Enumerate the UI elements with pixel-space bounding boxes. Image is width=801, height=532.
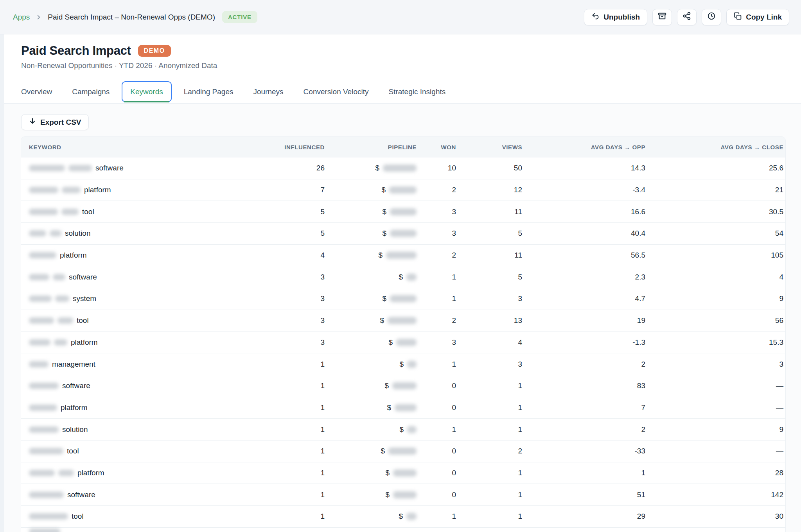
tab-landing-pages[interactable]: Landing Pages bbox=[176, 82, 241, 101]
keyword-visible-text: software bbox=[69, 273, 97, 281]
pipeline-cell: $ bbox=[325, 294, 417, 303]
keyword-visible-text: tool bbox=[82, 208, 94, 216]
tab-strategic-insights[interactable]: Strategic Insights bbox=[381, 82, 453, 101]
column-header: AVG DAYS → CLOSE bbox=[645, 144, 783, 150]
redacted-keyword-text bbox=[29, 252, 56, 258]
won-cell: 0 bbox=[417, 382, 456, 390]
pipeline-cell: $ bbox=[325, 338, 417, 347]
redacted-keyword-text bbox=[61, 209, 79, 215]
history-clock-icon bbox=[707, 12, 716, 22]
avg-days-close-cell: 4 bbox=[645, 273, 783, 281]
keyword-cell: tool bbox=[29, 447, 262, 455]
table-row: tool1$02-33— bbox=[21, 441, 785, 462]
table-row: software1$0151142 bbox=[21, 484, 785, 506]
views-cell: 2 bbox=[456, 447, 522, 455]
column-header: AVG DAYS → OPP bbox=[522, 144, 645, 150]
influenced-cell: 1 bbox=[262, 447, 325, 455]
tab-journeys[interactable]: Journeys bbox=[246, 82, 291, 101]
currency-prefix: $ bbox=[381, 186, 386, 194]
archive-icon bbox=[658, 12, 666, 22]
share-button[interactable] bbox=[677, 9, 697, 25]
pipeline-cell: $ bbox=[325, 273, 417, 281]
copy-link-button[interactable]: Copy Link bbox=[726, 9, 789, 25]
won-cell: 1 bbox=[417, 294, 456, 303]
redacted-pipeline-amount bbox=[388, 317, 417, 324]
redacted-keyword-text bbox=[29, 405, 57, 411]
keyword-visible-text: platform bbox=[60, 251, 87, 260]
views-cell: 3 bbox=[456, 360, 522, 369]
table-row: tool3$2131956 bbox=[21, 310, 785, 332]
undo-icon bbox=[591, 12, 600, 22]
table-row: tool5$31116.630.5 bbox=[21, 201, 785, 223]
archive-button[interactable] bbox=[652, 9, 672, 25]
avg-days-opp-cell: 2 bbox=[522, 360, 645, 369]
tab-conversion-velocity[interactable]: Conversion Velocity bbox=[296, 82, 377, 101]
keyword-visible-text: solution bbox=[62, 425, 88, 434]
avg-days-close-cell: — bbox=[645, 447, 783, 455]
unpublish-button[interactable]: Unpublish bbox=[584, 9, 647, 25]
currency-prefix: $ bbox=[399, 425, 404, 434]
download-arrow-icon bbox=[29, 117, 36, 127]
keyword-visible-text: software bbox=[67, 491, 95, 499]
currency-prefix: $ bbox=[382, 294, 386, 303]
keyword-cell: management bbox=[29, 360, 262, 369]
influenced-cell: 4 bbox=[262, 251, 325, 260]
avg-days-close-cell: 142 bbox=[645, 491, 783, 499]
keyword-cell: system bbox=[29, 294, 262, 303]
redacted-pipeline-amount bbox=[406, 513, 417, 520]
tab-campaigns[interactable]: Campaigns bbox=[64, 82, 117, 101]
keyword-cell: software bbox=[29, 491, 262, 499]
keyword-visible-text: tool bbox=[67, 447, 79, 455]
keyword-visible-text: software bbox=[62, 382, 90, 390]
currency-prefix: $ bbox=[385, 491, 390, 499]
breadcrumb: Apps Paid Search Impact – Non-Renewal Op… bbox=[13, 11, 257, 23]
avg-days-close-cell: 9 bbox=[645, 294, 783, 303]
unpublish-label: Unpublish bbox=[603, 13, 640, 21]
won-cell: 2 bbox=[417, 251, 456, 260]
export-csv-button[interactable]: Export CSV bbox=[21, 114, 89, 130]
avg-days-opp-cell: -3.4 bbox=[522, 186, 645, 194]
redacted-pipeline-amount bbox=[390, 230, 417, 237]
views-cell: 4 bbox=[456, 338, 522, 347]
pipeline-cell: $ bbox=[325, 425, 417, 434]
keyword-visible-text: platform bbox=[77, 469, 104, 477]
currency-prefix: $ bbox=[387, 403, 391, 412]
won-cell: 0 bbox=[417, 469, 456, 477]
views-cell: 1 bbox=[456, 469, 522, 477]
pipeline-cell: $ bbox=[325, 251, 417, 260]
views-cell: 5 bbox=[456, 273, 522, 281]
tab-keywords[interactable]: Keywords bbox=[122, 81, 171, 102]
pipeline-cell: $ bbox=[325, 469, 417, 477]
avg-days-close-cell: 30 bbox=[645, 512, 783, 521]
breadcrumb-current: Paid Search Impact – Non-Renewal Opps (D… bbox=[48, 13, 215, 21]
avg-days-close-cell: 30.5 bbox=[645, 208, 783, 216]
page-header: Paid Search Impact DEMO Non-Renewal Oppo… bbox=[4, 34, 801, 80]
redacted-pipeline-amount bbox=[406, 274, 417, 281]
history-button[interactable] bbox=[702, 9, 721, 25]
redacted-keyword-text bbox=[54, 339, 67, 346]
pipeline-cell: $ bbox=[325, 491, 417, 499]
currency-prefix: $ bbox=[382, 208, 386, 216]
topbar-actions: Unpublish Copy Link bbox=[584, 9, 789, 25]
content-area: Export CSV KEYWORDINFLUENCEDPIPELINEWONV… bbox=[4, 104, 801, 532]
pipeline-cell: $ bbox=[325, 382, 417, 390]
avg-days-opp-cell: 51 bbox=[522, 491, 645, 499]
avg-days-close-cell: 3 bbox=[645, 360, 783, 369]
redacted-keyword-text bbox=[50, 230, 61, 236]
keyword-cell: tool bbox=[29, 316, 262, 325]
share-icon bbox=[682, 12, 691, 22]
avg-days-close-cell: 105 bbox=[645, 251, 783, 260]
avg-days-opp-cell: 19 bbox=[522, 316, 645, 325]
chevron-right-icon bbox=[35, 14, 42, 21]
keyword-cell: platform bbox=[29, 469, 262, 477]
pipeline-cell: $ bbox=[325, 403, 417, 412]
redacted-keyword-text bbox=[29, 528, 60, 532]
avg-days-opp-cell: 7 bbox=[522, 403, 645, 412]
main-panel: Paid Search Impact DEMO Non-Renewal Oppo… bbox=[4, 34, 801, 532]
breadcrumb-apps-link[interactable]: Apps bbox=[13, 13, 30, 21]
table-row: platform7$212-3.421 bbox=[21, 179, 785, 201]
redacted-keyword-text bbox=[29, 296, 52, 302]
tab-overview[interactable]: Overview bbox=[13, 82, 60, 101]
avg-days-close-cell: 56 bbox=[645, 316, 783, 325]
views-cell: 1 bbox=[456, 382, 522, 390]
